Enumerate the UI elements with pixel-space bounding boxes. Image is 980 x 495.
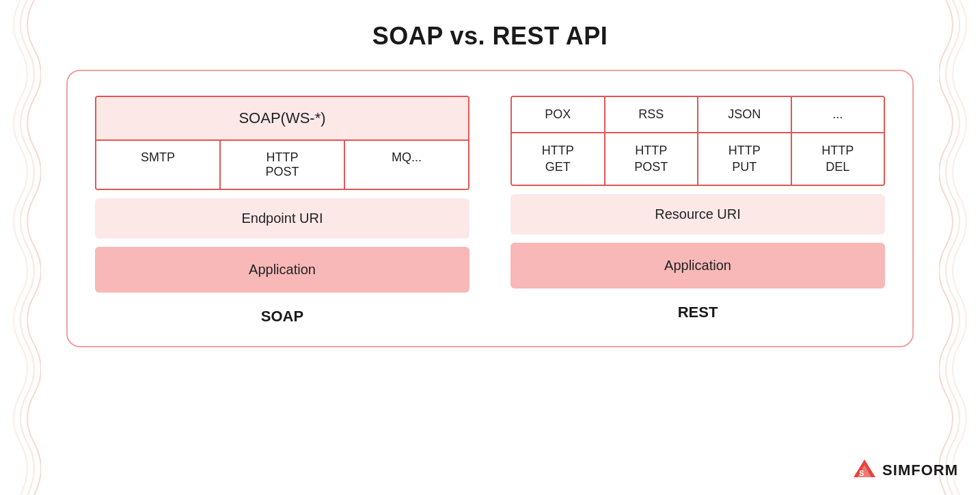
rest-application-box: Application <box>511 243 885 289</box>
rest-methods-row: HTTPGET HTTPPOST HTTPPUT HTTPDEL <box>512 132 884 185</box>
logo-container: S SIMFORM <box>852 458 958 483</box>
soap-protocol-main: SOAP(WS-*) <box>96 97 468 141</box>
soap-column: SOAP(WS-*) SMTP HTTPPOST MQ... Endpoint … <box>95 96 469 325</box>
rest-uri-box: Resource URI <box>511 194 885 235</box>
rest-grid-wrapper: POX RSS JSON ... HTTPGET HTTPPOST HTTPPU… <box>511 96 885 186</box>
soap-application-box: Application <box>95 247 469 293</box>
rest-method-del: HTTPDEL <box>791 133 884 185</box>
rest-label: REST <box>511 304 885 321</box>
soap-protocol-wrapper: SOAP(WS-*) SMTP HTTPPOST MQ... <box>95 96 469 190</box>
rest-formats-row: POX RSS JSON ... <box>512 97 884 132</box>
soap-stack: SOAP(WS-*) SMTP HTTPPOST MQ... Endpoint … <box>95 96 469 293</box>
logo-text: SIMFORM <box>882 461 958 479</box>
comparison-container: SOAP(WS-*) SMTP HTTPPOST MQ... Endpoint … <box>66 70 914 347</box>
page-title: SOAP vs. REST API <box>372 22 608 51</box>
svg-text:S: S <box>859 469 864 477</box>
soap-sub-smtp: SMTP <box>96 141 219 189</box>
soap-sub-mq: MQ... <box>344 141 468 189</box>
simform-logo-icon: S <box>852 458 877 483</box>
columns: SOAP(WS-*) SMTP HTTPPOST MQ... Endpoint … <box>95 96 885 325</box>
rest-method-put: HTTPPUT <box>697 133 791 185</box>
rest-format-pox: POX <box>512 97 604 132</box>
rest-method-post: HTTPPOST <box>604 133 698 185</box>
wave-decoration-right <box>939 0 980 495</box>
rest-method-get: HTTPGET <box>512 133 604 185</box>
soap-protocol-subs: SMTP HTTPPOST MQ... <box>96 141 468 189</box>
rest-format-json: JSON <box>697 97 791 132</box>
rest-format-other: ... <box>791 97 884 132</box>
rest-column: POX RSS JSON ... HTTPGET HTTPPOST HTTPPU… <box>511 96 885 325</box>
soap-sub-http-post: HTTPPOST <box>219 141 344 189</box>
rest-format-rss: RSS <box>604 97 698 132</box>
soap-label: SOAP <box>95 308 469 325</box>
wave-decoration-left <box>0 0 41 495</box>
soap-uri-box: Endpoint URI <box>95 198 469 239</box>
rest-stack: POX RSS JSON ... HTTPGET HTTPPOST HTTPPU… <box>511 96 885 289</box>
